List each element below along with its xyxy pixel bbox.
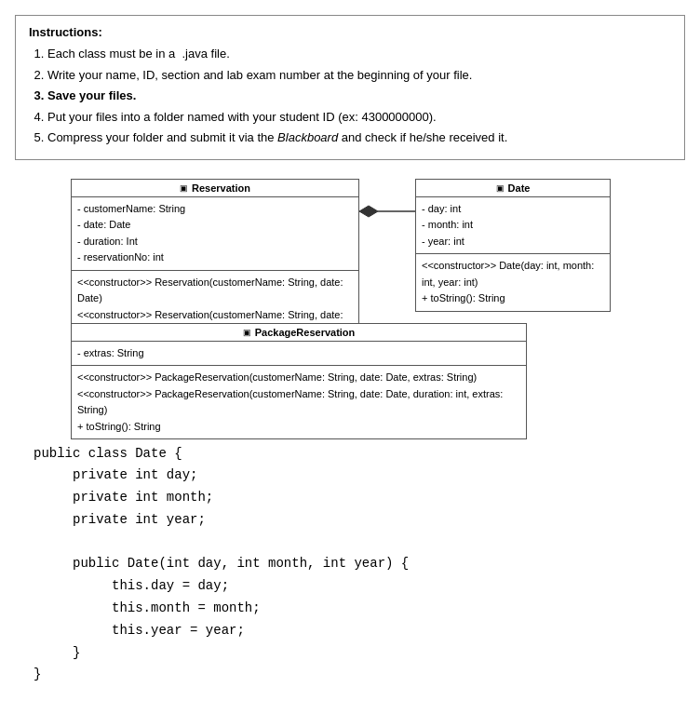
code-section: public class Date { private int day; pri… [15,434,685,687]
code-line-6: public Date(int day, int month, int year… [34,553,685,575]
uml-package-box: ▣ PackageReservation - extras: String <<… [71,323,527,440]
code-line-10: } [34,642,685,665]
instruction-item-4: Put your files into a folder named with … [47,108,671,127]
code-line-7: this.day = day; [34,575,685,598]
pkg-tostring: + toString(): String [77,419,520,436]
attr-month: - month: int [422,217,604,234]
instruction-item-1: Each class must be in a .java file. [47,45,671,63]
code-line-4: private int year; [34,509,685,532]
attr-extras: - extras: String [77,345,520,362]
code-line-11: } [34,664,685,686]
reservation-attributes: - customerName: String - date: Date - du… [72,197,358,271]
attr-day: - day: int [422,201,604,218]
instructions-box: Instructions: Each class must be in a .j… [15,15,685,160]
code-line-3: private int month; [34,487,685,509]
attr-reservation-no: - reservationNo: int [77,249,353,266]
method-constructor1: <<constructor>> Reservation(customerName… [77,275,353,307]
package-attributes: - extras: String [72,342,526,367]
date-tostring: + toString(): String [422,290,604,307]
attr-duration: - duration: Int [77,234,353,250]
date-title: Date [508,182,531,194]
package-icon: ▣ [243,328,251,337]
instruction-item-2: Write your name, ID, section and lab exa… [47,66,671,85]
date-constructor: <<constructor>> Date(day: int, month: in… [422,258,604,290]
package-title: PackageReservation [255,327,356,338]
pkg-constructor1: <<constructor>> PackageReservation(custo… [77,370,520,386]
reservation-title: Reservation [192,182,250,194]
code-line-1: public class Date { [34,443,685,465]
attr-year: - year: int [422,234,604,250]
reservation-header: ▣ Reservation [72,180,358,197]
instructions-title: Instructions: [29,25,671,39]
instruction-item-3: Save your files. [47,87,671,105]
instructions-list: Each class must be in a .java file. Writ… [29,45,671,147]
package-header: ▣ PackageReservation [72,324,526,342]
code-line-8: this.month = month; [34,598,685,620]
uml-diagram-area: Extends ▣ Reservation - customerName: St… [15,179,685,411]
instruction-item-5: Compress your folder and submit it via t… [47,128,671,147]
package-methods: <<constructor>> PackageReservation(custo… [72,366,526,438]
attr-date: - date: Date [77,217,353,234]
code-line-2: private int day; [34,465,685,487]
pkg-constructor2: <<constructor>> PackageReservation(custo… [77,386,520,419]
date-methods: <<constructor>> Date(day: int, month: in… [416,254,610,311]
date-icon: ▣ [496,183,505,193]
svg-marker-0 [359,206,378,217]
reservation-icon: ▣ [180,183,188,193]
date-attributes: - day: int - month: int - year: int [416,197,610,255]
code-line-9: this.year = year; [34,620,685,642]
date-header: ▣ Date [416,180,610,197]
uml-date-box: ▣ Date - day: int - month: int - year: i… [415,179,611,313]
code-line-5 [34,532,685,554]
attr-customer-name: - customerName: String [77,201,353,218]
